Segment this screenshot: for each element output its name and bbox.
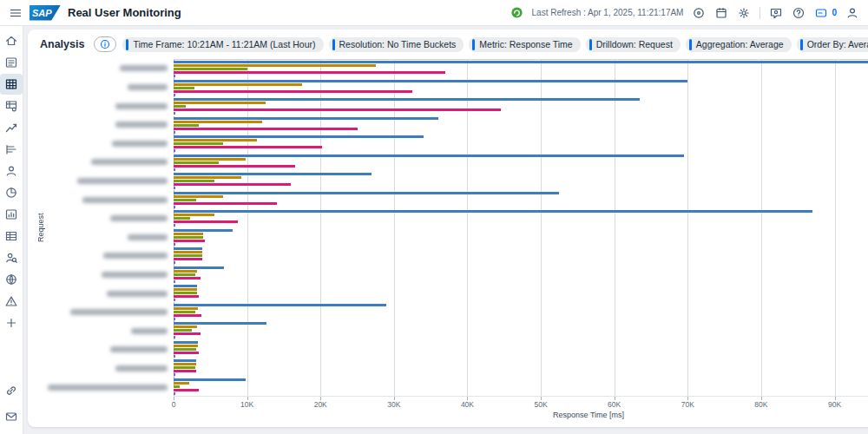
min-bar[interactable] [174,124,199,127]
average-bar[interactable] [174,326,197,328]
min-bar[interactable] [174,199,196,201]
average-bar[interactable] [174,64,376,67]
max-bar[interactable] [174,295,199,298]
filter-chip-resolution[interactable]: Resolution: No Time Buckets [329,37,464,52]
min-bar[interactable] [174,348,196,351]
min-bar[interactable] [174,236,203,239]
sidebar-item-table-settings[interactable] [0,95,23,116]
executions-bar[interactable] [174,243,175,246]
sidebar-item-user-search[interactable] [0,247,23,268]
sidebar-item-add[interactable] [0,312,23,333]
average-bar[interactable] [174,176,241,179]
sum-bar[interactable] [174,210,812,213]
max-bar[interactable] [174,128,358,130]
executions-bar[interactable] [174,318,175,320]
executions-bar[interactable] [174,261,175,264]
calendar-icon[interactable] [714,6,728,20]
sum-bar[interactable] [174,229,233,232]
executions-bar[interactable] [174,112,175,115]
max-bar[interactable] [174,277,201,279]
executions-bar[interactable] [174,94,175,96]
max-bar[interactable] [174,146,322,148]
help-icon[interactable] [792,6,806,20]
sum-bar[interactable] [174,135,424,138]
sum-bar[interactable] [174,341,198,344]
min-bar[interactable] [174,68,247,70]
user-avatar-icon[interactable] [845,6,859,20]
min-bar[interactable] [174,161,219,164]
sidebar-item-table[interactable] [0,226,23,247]
average-bar[interactable] [174,307,198,310]
executions-bar[interactable] [174,373,175,376]
executions-bar[interactable] [174,149,175,152]
min-bar[interactable] [174,217,190,220]
average-bar[interactable] [174,121,262,123]
executions-bar[interactable] [174,280,175,283]
sum-bar[interactable] [174,247,202,250]
sidebar-item-link[interactable] [0,380,23,401]
sum-bar[interactable] [174,61,868,63]
max-bar[interactable] [174,165,295,168]
min-bar[interactable] [174,273,195,276]
sum-bar[interactable] [174,304,386,306]
min-bar[interactable] [174,292,197,294]
sum-bar[interactable] [174,285,197,287]
average-bar[interactable] [174,251,202,253]
filter-chip-time-frame[interactable]: Time Frame: 10:21AM - 11:21AM (Last Hour… [122,37,323,52]
sum-bar[interactable] [174,173,372,175]
min-bar[interactable] [174,329,192,332]
max-bar[interactable] [174,314,201,317]
min-bar[interactable] [174,311,195,313]
filter-chip-drilldown[interactable]: Drilldown: Request [586,37,681,52]
executions-bar[interactable] [174,187,175,189]
max-bar[interactable] [174,258,202,260]
max-bar[interactable] [174,90,412,93]
max-bar[interactable] [174,108,501,111]
sidebar-item-home[interactable] [0,30,23,51]
average-bar[interactable] [174,83,302,86]
average-bar[interactable] [174,363,196,365]
max-bar[interactable] [174,202,277,205]
sum-bar[interactable] [174,98,640,101]
info-button[interactable] [94,36,116,52]
max-bar[interactable] [174,183,291,186]
sidebar-item-mail[interactable] [0,406,23,427]
average-bar[interactable] [174,288,197,291]
activity-icon[interactable] [692,6,706,20]
filter-chip-metric[interactable]: Metric: Response Time [469,37,580,52]
average-bar[interactable] [174,158,246,161]
executions-bar[interactable] [174,75,175,77]
sidebar-item-report[interactable] [0,52,23,73]
min-bar[interactable] [174,385,180,388]
feedback-icon[interactable] [769,6,783,20]
tasks-icon[interactable] [814,6,828,20]
min-bar[interactable] [174,254,202,257]
max-bar[interactable] [174,240,205,242]
max-bar[interactable] [174,370,196,372]
sum-bar[interactable] [174,155,684,157]
max-bar[interactable] [174,352,199,354]
average-bar[interactable] [174,139,257,141]
sum-bar[interactable] [174,266,224,269]
sum-bar[interactable] [174,80,687,82]
average-bar[interactable] [174,233,203,235]
max-bar[interactable] [174,220,238,223]
min-bar[interactable] [174,105,186,108]
min-bar[interactable] [174,87,194,89]
executions-bar[interactable] [174,392,175,395]
sidebar-item-chart-list[interactable] [0,139,23,160]
sidebar-item-user[interactable] [0,161,23,181]
sidebar-item-chart-box[interactable] [0,204,23,225]
min-bar[interactable] [174,366,195,369]
min-bar[interactable] [174,180,214,182]
sum-bar[interactable] [174,359,196,362]
executions-bar[interactable] [174,336,175,339]
sidebar-item-grid[interactable] [0,74,23,95]
sum-bar[interactable] [174,192,559,194]
average-bar[interactable] [174,214,214,216]
sidebar-item-globe[interactable] [0,269,23,290]
filter-chip-order-by[interactable]: Order By: Average, Descending [797,37,868,52]
sum-bar[interactable] [174,322,266,325]
sum-bar[interactable] [174,378,246,381]
executions-bar[interactable] [174,168,175,171]
